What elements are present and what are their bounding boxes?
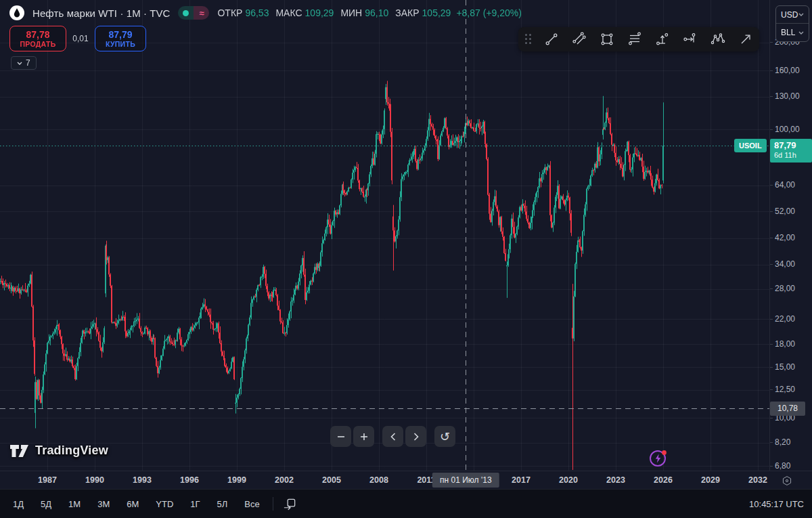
symbol-header: Нефть марки WTI · 1M · TVC ≈ ОТКР96,53МА… — [9, 5, 522, 20]
time-tick-label: 1993 — [133, 475, 152, 485]
buy-button[interactable]: 87,79 КУПИТЬ — [95, 26, 146, 51]
time-tick-label: 2023 — [606, 475, 625, 485]
currency-unit-selector: USD BLL — [775, 5, 809, 42]
date-range-tool-button[interactable] — [676, 28, 704, 51]
candlestick-canvas[interactable] — [0, 0, 769, 471]
spread-value: 0,01 — [66, 34, 95, 43]
arrow-marker-tool-button[interactable] — [731, 28, 759, 51]
ohlc-value: 96,10 — [365, 7, 388, 18]
fib-retracement-icon — [627, 31, 643, 47]
tradingview-logo-text: TradingView — [35, 444, 108, 458]
fib-retracement-tool-button[interactable] — [621, 28, 648, 51]
time-tick-label: 2032 — [748, 475, 767, 485]
trend-line-icon — [543, 31, 560, 47]
crosshair-date-label: пн 01 Июл '13 — [432, 473, 499, 488]
currency-dropdown[interactable]: USD — [776, 6, 809, 24]
current-price-label: 87,79 6d 11h — [770, 139, 812, 163]
ohlc-label: МАКС — [275, 7, 302, 18]
time-tick-label: 2005 — [322, 475, 341, 485]
range-button-3М[interactable]: 3М — [95, 498, 112, 511]
xabcd-pattern-icon — [710, 31, 726, 47]
current-price-value: 87,79 — [774, 140, 812, 151]
symbol-price-tag: USOIL — [734, 139, 767, 152]
range-button-YTD[interactable]: YTD — [154, 498, 175, 511]
divider — [273, 497, 273, 511]
time-tick-label: 1999 — [227, 475, 246, 485]
time-tick-label: 2008 — [369, 475, 388, 485]
drawing-toolbar — [518, 27, 759, 51]
price-tick-label: 15,00 — [775, 362, 795, 372]
ohlc-label: ОТКР — [217, 7, 242, 18]
price-range-icon — [654, 31, 671, 47]
zoom-in-button[interactable] — [353, 426, 374, 447]
chevron-down-icon — [798, 31, 804, 35]
ohlc-label: ЗАКР — [395, 7, 419, 18]
parallel-channel-icon — [571, 31, 587, 47]
price-tick-label: 8,20 — [775, 437, 790, 447]
ohlc-value: 109,29 — [305, 7, 334, 18]
scroll-right-button[interactable] — [405, 426, 426, 447]
reset-chart-button[interactable]: ↺ — [434, 426, 455, 447]
price-tick-label: 34,00 — [775, 259, 795, 269]
symbol-title[interactable]: Нефть марки WTI · 1M · TVC — [32, 7, 170, 19]
market-status-button[interactable] — [780, 473, 794, 488]
price-tick-label: 18,00 — [775, 339, 795, 349]
price-axis[interactable]: 87,79 6d 11h 10,78 200,00160,00130,00100… — [769, 0, 812, 471]
chevron-left-icon — [390, 433, 396, 441]
price-tick-label: 22,00 — [775, 314, 795, 324]
go-to-date-button[interactable] — [283, 497, 297, 511]
status-dot-icon — [178, 6, 194, 20]
trade-panel: 87,78 ПРОДАТЬ 0,01 87,79 КУПИТЬ — [9, 26, 146, 51]
range-button-1Г[interactable]: 1Г — [188, 498, 202, 511]
chart-plot-area[interactable]: Нефть марки WTI · 1M · TVC ≈ ОТКР96,53МА… — [0, 0, 769, 471]
tradingview-logo[interactable]: TradingView — [9, 444, 108, 458]
time-tick-label: 2017 — [512, 475, 531, 485]
date-range-switcher: 1Д5Д1М3М6МYTD1Г5ЛВсе — [11, 498, 262, 511]
range-button-1Д[interactable]: 1Д — [11, 498, 26, 511]
unit-dropdown[interactable]: BLL — [776, 24, 809, 41]
price-tick-label: 130,00 — [775, 91, 800, 101]
sell-button[interactable]: 87,78 ПРОДАТЬ — [9, 26, 66, 51]
bottom-toolbar: 1Д5Д1М3М6МYTD1Г5ЛВсе 10:45:17 UTC — [0, 489, 812, 518]
currency-value: USD — [781, 10, 798, 20]
range-button-5Л[interactable]: 5Л — [215, 498, 230, 511]
time-tick-labels: 1987199019931996199920022005200820112014… — [0, 471, 769, 490]
ohlc-readout: ОТКР96,53МАКС109,29МИН96,10ЗАКР105,29 — [217, 7, 451, 18]
price-tick-label: 42,00 — [775, 233, 795, 242]
scroll-left-button[interactable] — [382, 426, 403, 447]
trend-line-tool-button[interactable] — [537, 28, 565, 51]
ohlc-label: МИН — [340, 7, 362, 18]
arrow-marker-icon — [738, 31, 754, 47]
parallel-channel-tool-button[interactable] — [565, 28, 593, 51]
range-button-5Д[interactable]: 5Д — [39, 498, 53, 511]
time-tick-label: 1996 — [180, 475, 199, 485]
indicators-collapse-chip[interactable]: 7 — [11, 56, 37, 70]
price-tick-label: 160,00 — [775, 66, 800, 75]
time-tick-label: 2026 — [654, 475, 673, 485]
xabcd-pattern-tool-button[interactable] — [704, 28, 731, 51]
time-axis[interactable]: 1987199019931996199920022005200820112014… — [0, 471, 812, 489]
reset-icon: ↺ — [440, 431, 450, 443]
oil-drop-icon — [9, 5, 24, 20]
drag-handle-icon[interactable] — [525, 34, 532, 45]
session-clock[interactable]: 10:45:17 UTC — [749, 499, 804, 509]
price-tick-label: 12,50 — [775, 385, 795, 394]
rectangle-tool-button[interactable] — [593, 28, 621, 51]
price-tick-label: 6,80 — [775, 461, 790, 471]
minus-icon — [337, 433, 345, 441]
sell-price: 87,78 — [26, 29, 49, 40]
range-button-6М[interactable]: 6М — [125, 498, 141, 511]
time-tick-label: 2029 — [701, 475, 720, 485]
range-button-Все[interactable]: Все — [242, 498, 261, 511]
crosshair-price-label: 10,78 — [770, 402, 805, 416]
date-range-icon — [682, 31, 698, 47]
events-lightning-icon[interactable] — [648, 447, 669, 469]
rectangle-icon — [599, 31, 615, 47]
price-range-tool-button[interactable] — [648, 28, 676, 51]
range-button-1М[interactable]: 1М — [66, 498, 83, 511]
ohlc-value: 96,53 — [245, 7, 269, 18]
buy-label: КУПИТЬ — [106, 40, 135, 48]
zoom-out-button[interactable] — [330, 426, 351, 447]
tradingview-logo-icon — [9, 444, 30, 458]
chart-status-toggle[interactable]: ≈ — [178, 6, 209, 20]
